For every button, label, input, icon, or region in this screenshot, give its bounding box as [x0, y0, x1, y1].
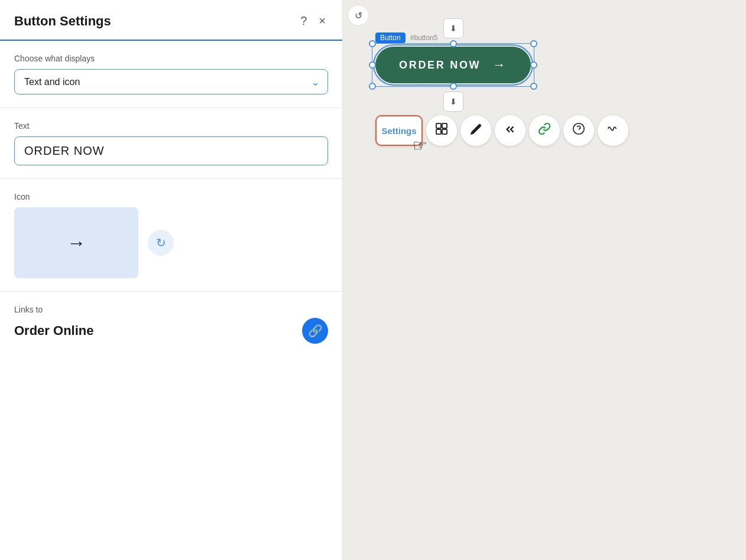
display-dropdown-wrapper: Text and icon Text only Icon only ⌄ — [14, 69, 328, 95]
svg-rect-2 — [436, 129, 441, 134]
settings-tab-button[interactable]: Settings — [375, 115, 423, 146]
canvas-button-text: ORDER NOW — [399, 59, 481, 71]
left-panel: Button Settings ? × Choose what displays… — [0, 0, 343, 560]
back-layers-icon — [504, 123, 517, 139]
text-section: Text — [0, 108, 342, 179]
undo-button[interactable]: ↺ — [348, 5, 369, 26]
handle-top-right[interactable] — [530, 40, 537, 47]
refresh-icon: ↻ — [156, 236, 166, 250]
help-circle-icon — [572, 122, 585, 139]
icon-label: Icon — [14, 192, 328, 201]
links-row: Order Online 🔗 — [14, 318, 328, 344]
settings-tab-label: Settings — [381, 126, 416, 136]
float-toolbar: Settings — [375, 115, 628, 146]
handle-bottom-middle[interactable] — [450, 83, 457, 90]
link-button[interactable]: 🔗 — [302, 318, 328, 344]
icon-section: Icon → ↻ — [0, 179, 342, 292]
panel-header: Button Settings ? × — [0, 0, 342, 41]
panel-title: Button Settings — [14, 14, 111, 29]
handle-middle-right[interactable] — [530, 61, 537, 69]
download-top-icon: ⬇ — [450, 24, 457, 33]
display-section: Choose what displays Text and icon Text … — [0, 41, 342, 108]
help-button[interactable]: ? — [298, 12, 309, 30]
close-icon: × — [319, 14, 326, 28]
svg-rect-3 — [442, 129, 447, 134]
close-button[interactable]: × — [316, 12, 328, 30]
canvas-selected-element[interactable]: ORDER NOW → ⬇ ⬇ — [375, 47, 531, 83]
layout-tab-button[interactable] — [426, 115, 457, 146]
text-input[interactable] — [14, 136, 328, 165]
refresh-icon-button[interactable]: ↻ — [148, 230, 174, 256]
handle-bottom-left[interactable] — [369, 83, 376, 90]
link-tab-button[interactable] — [529, 115, 560, 146]
svg-rect-1 — [442, 123, 447, 128]
layout-icon — [434, 122, 449, 139]
animate-tab-button[interactable] — [598, 115, 628, 146]
canvas-button-tag: Button — [375, 32, 406, 43]
canvas-button-id: #button5 — [410, 34, 438, 42]
download-handle-bottom[interactable]: ⬇ — [443, 92, 463, 112]
back-tab-button[interactable] — [495, 115, 526, 146]
links-label: Links to — [14, 305, 328, 314]
download-bottom-icon: ⬇ — [450, 97, 457, 106]
question-tab-button[interactable] — [563, 115, 594, 146]
right-canvas: ↺ Button #button5 ORDER NOW → ⬇ ⬇ — [343, 0, 746, 560]
squiggle-icon — [606, 122, 619, 139]
canvas-button-wrapper: Button #button5 ORDER NOW → ⬇ ⬇ — [375, 32, 531, 83]
link-icon: 🔗 — [308, 324, 323, 338]
arrow-right-icon: → — [67, 232, 86, 254]
links-value: Order Online — [14, 323, 93, 338]
display-dropdown[interactable]: Text and icon Text only Icon only — [14, 69, 328, 95]
pen-tab-button[interactable] — [460, 115, 491, 146]
links-section: Links to Order Online 🔗 — [0, 292, 342, 357]
panel-header-icons: ? × — [298, 12, 328, 30]
canvas-button-arrow-icon: → — [492, 57, 507, 73]
text-label: Text — [14, 121, 328, 131]
svg-rect-0 — [436, 123, 441, 128]
download-handle-top[interactable]: ⬇ — [443, 18, 463, 38]
pen-icon — [469, 123, 482, 139]
top-toolbar: ↺ — [348, 5, 369, 26]
handle-bottom-right[interactable] — [530, 83, 537, 90]
undo-icon: ↺ — [355, 10, 362, 21]
question-mark-icon: ? — [300, 14, 307, 28]
icon-preview-box: → — [14, 207, 138, 278]
canvas-order-button[interactable]: ORDER NOW → — [375, 47, 531, 83]
icon-preview-row: → ↻ — [14, 207, 328, 278]
display-label: Choose what displays — [14, 54, 328, 63]
chain-link-icon — [538, 122, 551, 139]
